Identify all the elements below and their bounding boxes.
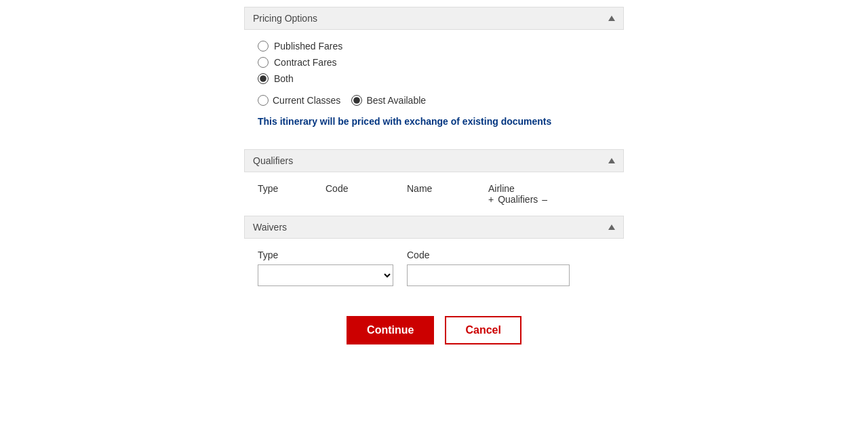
continue-button[interactable]: Continue bbox=[347, 316, 434, 344]
both-fares-label: Both bbox=[274, 73, 294, 84]
best-available-radio[interactable] bbox=[351, 95, 362, 106]
qualifiers-airline-qualifiers-label: Qualifiers bbox=[498, 194, 538, 205]
content-area: Pricing Options Published Fares Contract… bbox=[244, 7, 624, 358]
waivers-code-label: Code bbox=[407, 250, 570, 260]
both-fares-radio[interactable] bbox=[258, 73, 269, 84]
waivers-type-label: Type bbox=[258, 250, 393, 260]
classes-row: Current Classes Best Available bbox=[258, 95, 610, 106]
waivers-code-input[interactable] bbox=[407, 264, 570, 286]
page-wrapper: Pricing Options Published Fares Contract… bbox=[0, 0, 868, 434]
qualifiers-airline-label: Airline bbox=[488, 183, 515, 194]
qualifiers-body: Type Code Name Airline + Qualifiers – bbox=[244, 172, 624, 216]
waivers-collapse-icon[interactable] bbox=[608, 224, 615, 230]
waivers-header[interactable]: Waivers bbox=[244, 216, 624, 239]
qualifiers-title: Qualifiers bbox=[253, 155, 293, 166]
current-classes-radio[interactable] bbox=[258, 95, 269, 106]
best-available-option[interactable]: Best Available bbox=[351, 95, 426, 106]
waivers-code-group: Code bbox=[407, 250, 570, 286]
exchange-notice: This itinerary will be priced with excha… bbox=[258, 115, 610, 129]
add-qualifier-button[interactable]: + bbox=[488, 194, 494, 205]
current-classes-option[interactable]: Current Classes bbox=[258, 95, 340, 106]
qualifiers-code-col: Code bbox=[326, 183, 407, 205]
remove-qualifier-button[interactable]: – bbox=[542, 194, 547, 205]
qualifiers-type-col: Type bbox=[258, 183, 326, 205]
qualifiers-airline-col: Airline + Qualifiers – bbox=[488, 183, 610, 205]
published-fares-option[interactable]: Published Fares bbox=[258, 41, 610, 52]
pricing-options-header[interactable]: Pricing Options bbox=[244, 7, 624, 30]
buttons-row: Continue Cancel bbox=[244, 316, 624, 358]
qualifier-actions: + Qualifiers – bbox=[488, 194, 547, 205]
pricing-options-title: Pricing Options bbox=[253, 13, 317, 24]
both-fares-option[interactable]: Both bbox=[258, 73, 610, 84]
waivers-title: Waivers bbox=[253, 222, 287, 233]
published-fares-label: Published Fares bbox=[274, 41, 342, 52]
pricing-options-body: Published Fares Contract Fares Both Curr… bbox=[244, 30, 624, 149]
waivers-type-group: Type bbox=[258, 250, 393, 286]
contract-fares-radio[interactable] bbox=[258, 57, 269, 68]
pricing-options-collapse-icon[interactable] bbox=[608, 16, 615, 21]
qualifiers-collapse-icon[interactable] bbox=[608, 158, 615, 163]
current-classes-label: Current Classes bbox=[273, 95, 340, 106]
cancel-button[interactable]: Cancel bbox=[445, 316, 521, 344]
qualifiers-table-header: Type Code Name Airline + Qualifiers – bbox=[258, 183, 610, 205]
best-available-label: Best Available bbox=[366, 95, 426, 106]
waivers-row: Type Code bbox=[258, 250, 610, 286]
waivers-body: Type Code bbox=[244, 239, 624, 297]
contract-fares-label: Contract Fares bbox=[274, 57, 337, 68]
waivers-type-select[interactable] bbox=[258, 264, 393, 286]
published-fares-radio[interactable] bbox=[258, 41, 269, 52]
qualifiers-name-col: Name bbox=[407, 183, 488, 205]
contract-fares-option[interactable]: Contract Fares bbox=[258, 57, 610, 68]
qualifiers-header[interactable]: Qualifiers bbox=[244, 149, 624, 172]
fares-radio-group: Published Fares Contract Fares Both bbox=[258, 41, 610, 84]
